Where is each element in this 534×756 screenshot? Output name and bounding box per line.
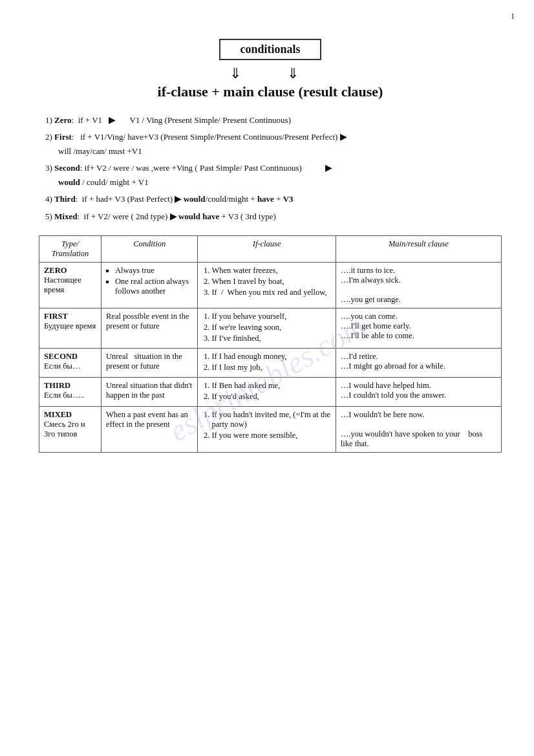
rule-zero: 1) Zero: if + V1 ▶ V1 / Ving (Present Si… xyxy=(45,113,502,127)
rule-first-text: : if + V1/Ving/ have+V3 (Present Simple/… xyxy=(72,132,347,142)
rule-zero-text: : if + V1 ▶ V1 / Ving (Present Simple/ P… xyxy=(72,115,291,125)
cond-zero-bullet1: Always true xyxy=(115,266,193,275)
rule-third-text: : if + had+ V3 (Past Perfect) ▶ would/co… xyxy=(76,194,294,204)
type-first: FIRSTБудущее время xyxy=(39,308,101,348)
rules-section: 1) Zero: if + V1 ▶ V1 / Ving (Present Si… xyxy=(39,113,502,224)
rule-mixed-text: : if + V2/ were ( 2nd type) ▶ would have… xyxy=(77,211,275,221)
if-mixed-1: If you hadn't invited me, (=I'm at the p… xyxy=(211,410,330,429)
rule-first: 2) First: if + V1/Ving/ have+V3 (Present… xyxy=(45,130,502,158)
main-first-2: ….I'll get home early. xyxy=(341,321,497,331)
cond-first: Real possible event in the present or fu… xyxy=(101,308,198,348)
if-first: If you behave yourself, If we're leaving… xyxy=(198,308,336,348)
main-first-3: ….I'll be able to come. xyxy=(341,331,497,341)
type-second: SECONDЕсли бы… xyxy=(39,348,101,377)
header-type: Type/Translation xyxy=(39,235,101,262)
main-third-2: …I couldn't told you the answer. xyxy=(341,391,497,400)
main-first: ….you can come. ….I'll get home early. …… xyxy=(336,308,501,348)
main-second-1: …I'd retire. xyxy=(341,352,497,362)
header-main: Main/result clause xyxy=(336,235,501,262)
if-third-1: If Ben had asked me, xyxy=(211,381,330,391)
rule-second-text2: would / could/ might + V1 xyxy=(58,175,502,189)
if-zero: When water freezes, When I travel by boa… xyxy=(198,262,336,308)
if-first-2: If we're leaving soon, xyxy=(211,323,330,332)
type-mixed: MIXEDСмесь 2го и 3го типов xyxy=(39,406,101,452)
table-row-third: THIRDЕсли бы….. Unreal situation that di… xyxy=(39,377,502,406)
header-if: If-clause xyxy=(198,235,336,262)
if-second: If I had enough money, If I lost my job, xyxy=(198,348,336,377)
title-text: conditionals xyxy=(240,43,300,56)
arrows-decoration: ⇓ ⇓ xyxy=(39,67,502,81)
if-mixed: If you hadn't invited me, (=I'm at the p… xyxy=(198,406,336,452)
table-row-second: SECONDЕсли бы… Unreal situation in the p… xyxy=(39,348,502,377)
rule-second-label: Second xyxy=(54,163,80,173)
if-third: If Ben had asked me, If you'd asked, xyxy=(198,377,336,406)
main-zero: ….it turns to ice. …I'm always sick. ….y… xyxy=(336,262,501,308)
rule-zero-label: Zero xyxy=(54,115,71,125)
rule-first-label: First xyxy=(54,132,72,142)
rule-first-num: 2) xyxy=(45,132,54,142)
rule-second-text: : if+ V2 / were / was ,were +Ving ( Past… xyxy=(80,163,332,173)
table-row-first: FIRSTБудущее время Real possible event i… xyxy=(39,308,502,348)
if-third-2: If you'd asked, xyxy=(211,392,330,402)
if-first-3: If I've finished, xyxy=(211,334,330,343)
rule-third-num: 4) xyxy=(45,194,54,204)
rule-third-label: Third xyxy=(54,194,76,204)
table-row-zero: ZEROНастоящее время Always true One real… xyxy=(39,262,502,308)
rule-second-num: 3) xyxy=(45,163,54,173)
rule-first-text2: will /may/can/ must +V1 xyxy=(58,144,502,158)
title-box: conditionals xyxy=(219,39,321,60)
main-mixed: …I wouldn't be here now. ….you wouldn't … xyxy=(336,406,501,452)
main-third: …I would have helped him. …I couldn't to… xyxy=(336,377,501,406)
cond-zero: Always true One real action always follo… xyxy=(101,262,198,308)
type-zero: ZEROНастоящее время xyxy=(39,262,101,308)
type-third: THIRDЕсли бы….. xyxy=(39,377,101,406)
main-zero-1: ….it turns to ice. xyxy=(341,266,497,275)
rule-mixed: 5) Mixed: if + V2/ were ( 2nd type) ▶ wo… xyxy=(45,210,502,224)
if-second-1: If I had enough money, xyxy=(211,352,330,362)
rule-mixed-label: Mixed xyxy=(54,211,77,221)
if-zero-1: When water freezes, xyxy=(211,266,330,275)
main-second: …I'd retire. …I might go abroad for a wh… xyxy=(336,348,501,377)
main-first-1: ….you can come. xyxy=(341,312,497,321)
if-mixed-2: If you were more sensible, xyxy=(211,431,330,440)
rule-third: 4) Third: if + had+ V3 (Past Perfect) ▶ … xyxy=(45,192,502,206)
if-second-2: If I lost my job, xyxy=(211,363,330,373)
main-zero-2: …I'm always sick. xyxy=(341,275,497,285)
cond-second: Unreal situation in the present or futur… xyxy=(101,348,198,377)
main-mixed-1: …I wouldn't be here now. xyxy=(341,410,497,420)
if-first-1: If you behave yourself, xyxy=(211,312,330,321)
conditionals-table: Type/Translation Condition If-clause Mai… xyxy=(39,235,502,453)
rule-zero-num: 1) xyxy=(45,115,54,125)
main-second-2: …I might go abroad for a while. xyxy=(341,362,497,371)
table-row-mixed: MIXEDСмесь 2го и 3го типов When a past e… xyxy=(39,406,502,452)
rule-mixed-num: 5) xyxy=(45,211,54,221)
if-zero-3: If / When you mix red and yellow, xyxy=(211,288,330,297)
main-zero-3: ….you get orange. xyxy=(341,295,497,305)
rule-second: 3) Second: if+ V2 / were / was ,were +Vi… xyxy=(45,161,502,189)
cond-mixed: When a past event has an effect in the p… xyxy=(101,406,198,452)
cond-zero-bullet2: One real action always follows another xyxy=(115,277,193,296)
header-condition: Condition xyxy=(101,235,198,262)
subtitle: if-clause + main clause (result clause) xyxy=(39,83,502,100)
main-mixed-2: ….you wouldn't have spoken to your boss … xyxy=(341,429,497,449)
cond-third: Unreal situation that didn't happen in t… xyxy=(101,377,198,406)
main-third-1: …I would have helped him. xyxy=(341,381,497,391)
page-number: 1 xyxy=(511,12,515,21)
if-zero-2: When I travel by boat, xyxy=(211,277,330,286)
